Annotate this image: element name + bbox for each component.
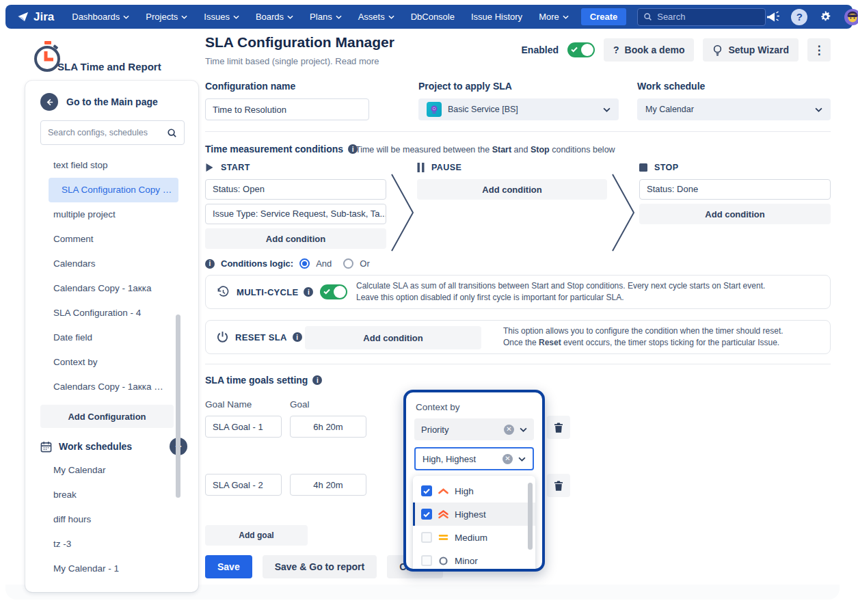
enabled-label: Enabled bbox=[522, 44, 559, 55]
config-item[interactable]: Calendars Copy - 1акка … bbox=[40, 375, 189, 399]
info-icon[interactable]: i bbox=[205, 259, 215, 269]
save-button[interactable]: Save bbox=[205, 555, 252, 578]
config-item-selected[interactable]: SLA Configuration Copy … bbox=[49, 178, 178, 202]
schedule-item[interactable]: tz -3 bbox=[40, 532, 189, 557]
add-configuration-button[interactable]: Add Configuration bbox=[40, 405, 174, 428]
config-name-input[interactable] bbox=[205, 98, 369, 120]
goal-name-input[interactable] bbox=[205, 416, 282, 438]
check-icon bbox=[571, 46, 578, 53]
config-name-label: Configuration name bbox=[205, 81, 295, 92]
book-demo-button[interactable]: ? Book a demo bbox=[604, 38, 694, 62]
nav-item-more[interactable]: More bbox=[539, 12, 569, 22]
priority-option-high[interactable]: High bbox=[413, 479, 535, 503]
clear-icon[interactable]: ✕ bbox=[504, 425, 514, 435]
start-add-condition-button[interactable]: Add condition bbox=[205, 228, 386, 249]
avatar[interactable] bbox=[844, 8, 858, 26]
nav-item-dbconsole[interactable]: DbConsole bbox=[411, 12, 455, 22]
info-icon[interactable]: i bbox=[304, 287, 313, 297]
checkbox[interactable] bbox=[421, 555, 432, 566]
logic-or-radio[interactable] bbox=[343, 258, 353, 269]
sidebar: Go to the Main page text field stop SLA … bbox=[25, 81, 198, 592]
config-item[interactable]: multiple project bbox=[40, 202, 189, 227]
stop-add-condition-button[interactable]: Add condition bbox=[639, 204, 831, 224]
sidebar-scrollbar[interactable] bbox=[176, 314, 180, 498]
context-by-spotlight-panel: Context by Priority ✕ High, Highest ✕ bbox=[403, 390, 545, 572]
reset-add-condition-button[interactable]: Add condition bbox=[305, 326, 481, 349]
schedule-item[interactable]: break bbox=[40, 483, 189, 507]
announcement-icon[interactable] bbox=[766, 10, 779, 24]
pause-add-condition-button[interactable]: Add condition bbox=[417, 179, 607, 200]
goal-name-input[interactable] bbox=[205, 474, 282, 496]
config-item[interactable]: text field stop bbox=[40, 153, 189, 178]
schedule-item[interactable]: My Calendar - 1 bbox=[40, 557, 189, 581]
sidebar-search[interactable] bbox=[40, 120, 185, 145]
multi-cycle-toggle[interactable] bbox=[320, 284, 347, 299]
create-button[interactable]: Create bbox=[581, 8, 626, 25]
reset-sla-description: This option allows you to configure the … bbox=[503, 325, 783, 349]
read-more-link[interactable]: Read more bbox=[335, 56, 379, 66]
back-to-main-link[interactable]: Go to the Main page bbox=[40, 93, 185, 111]
work-schedule-select[interactable]: My Calendar bbox=[637, 98, 831, 120]
info-icon[interactable]: i bbox=[293, 332, 302, 342]
more-actions-button[interactable]: ⋮ bbox=[807, 38, 831, 62]
goal-value-input[interactable] bbox=[290, 474, 366, 496]
schedule-item[interactable]: diff hours bbox=[40, 507, 189, 532]
context-values-select[interactable]: High, Highest ✕ bbox=[414, 447, 534, 470]
sidebar-search-input[interactable] bbox=[48, 128, 167, 137]
priority-option-minor[interactable]: Minor bbox=[413, 549, 535, 572]
history-icon bbox=[217, 286, 230, 299]
goal-value-input[interactable] bbox=[290, 416, 366, 438]
nav-item-plans[interactable]: Plans bbox=[310, 12, 342, 22]
nav-menu: Dashboards Projects Issues Boards Plans … bbox=[72, 12, 569, 22]
back-arrow-icon bbox=[40, 93, 58, 111]
time-measurement-section: Time measurement conditions i Time will … bbox=[205, 144, 831, 155]
global-search[interactable] bbox=[637, 8, 766, 26]
reset-sla-card: RESET SLA i Add condition This option al… bbox=[205, 320, 831, 354]
config-item[interactable]: Calendars bbox=[40, 252, 189, 276]
app-title: SLA Time and Report bbox=[57, 61, 161, 72]
nav-item-issue-history[interactable]: Issue History bbox=[471, 12, 522, 22]
delete-goal-button[interactable] bbox=[547, 474, 570, 497]
info-icon[interactable]: i bbox=[312, 375, 322, 385]
nav-item-boards[interactable]: Boards bbox=[256, 12, 293, 22]
chevron-down-icon bbox=[518, 457, 526, 461]
search-input[interactable] bbox=[657, 12, 760, 22]
chevron-down-icon bbox=[603, 107, 611, 112]
jira-logo[interactable]: Jira bbox=[16, 10, 54, 24]
save-go-report-button[interactable]: Save & Go to report bbox=[263, 555, 377, 578]
search-icon bbox=[643, 12, 652, 21]
checkbox[interactable] bbox=[421, 509, 432, 520]
nav-item-dashboards[interactable]: Dashboards bbox=[72, 12, 129, 22]
clear-icon[interactable]: ✕ bbox=[502, 454, 513, 464]
setup-wizard-button[interactable]: Setup Wizard bbox=[703, 38, 799, 62]
start-condition[interactable]: Issue Type: Service Request, Sub-task, T… bbox=[205, 204, 386, 224]
config-item[interactable]: SLA Configuration - 4 bbox=[40, 301, 189, 325]
start-condition[interactable]: Status: Open bbox=[205, 179, 386, 200]
multi-cycle-description: Calculate SLA as sum of all transitions … bbox=[356, 280, 765, 304]
flow-chevron-icon bbox=[611, 172, 636, 253]
stop-icon bbox=[639, 163, 647, 172]
schedule-item[interactable]: My Calendar bbox=[40, 458, 189, 483]
project-select[interactable]: Basic Service [BS] bbox=[418, 98, 619, 120]
checkbox[interactable] bbox=[421, 532, 432, 543]
gear-icon[interactable] bbox=[819, 10, 832, 23]
priority-option-medium[interactable]: Medium bbox=[413, 526, 535, 549]
context-field-select[interactable]: Priority ✕ bbox=[414, 418, 534, 440]
config-item[interactable]: Date field bbox=[40, 325, 189, 350]
nav-item-issues[interactable]: Issues bbox=[204, 12, 239, 22]
add-goal-button[interactable]: Add goal bbox=[205, 525, 308, 546]
delete-goal-button[interactable] bbox=[547, 416, 570, 439]
stop-condition[interactable]: Status: Done bbox=[639, 179, 831, 200]
nav-item-assets[interactable]: Assets bbox=[358, 12, 394, 22]
checkbox[interactable] bbox=[421, 485, 432, 496]
project-avatar bbox=[427, 102, 442, 117]
config-item[interactable]: Comment bbox=[40, 227, 189, 252]
logic-and-radio[interactable] bbox=[299, 258, 310, 269]
config-item[interactable]: Calendars Copy - 1акка bbox=[40, 276, 189, 301]
nav-item-projects[interactable]: Projects bbox=[146, 12, 187, 22]
config-item[interactable]: Context by bbox=[40, 350, 189, 375]
dropdown-scrollbar[interactable] bbox=[528, 483, 533, 550]
help-icon[interactable]: ? bbox=[791, 9, 807, 25]
enabled-toggle[interactable] bbox=[567, 42, 595, 57]
priority-option-highest[interactable]: Highest bbox=[413, 503, 535, 526]
